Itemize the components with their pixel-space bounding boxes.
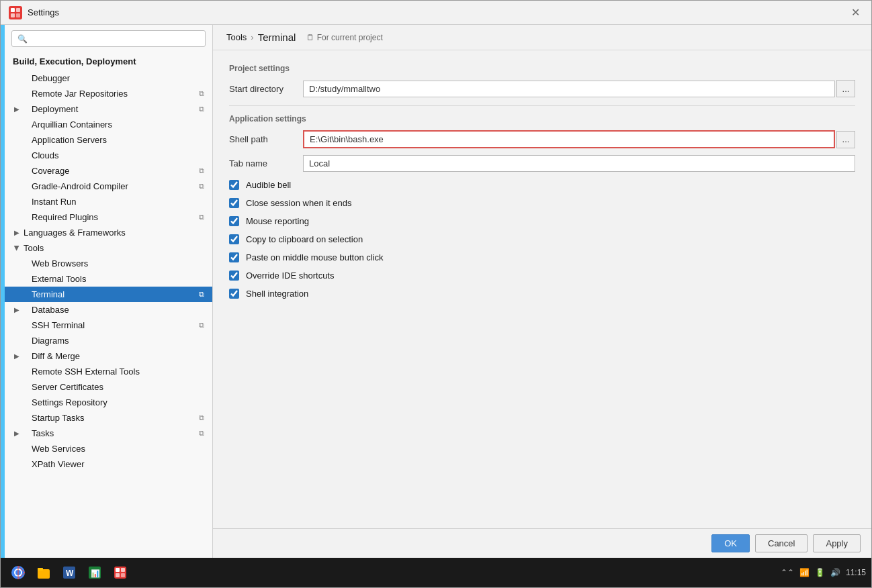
expand-arrow: ▶ [14,306,19,313]
sidebar-item-terminal[interactable]: Terminal ⧉ [5,287,212,302]
expand-arrow: ▶ [14,430,19,437]
sidebar-item-startup-tasks[interactable]: Startup Tasks ⧉ [5,410,212,426]
taskbar-chrome[interactable] [6,560,30,585]
checkbox-mouse-reporting: Mouse reporting [229,215,855,228]
breadcrumb-parent[interactable]: Tools [226,32,247,42]
svg-rect-16 [121,568,125,572]
cancel-button[interactable]: Cancel [755,534,808,552]
copy-icon: ⧉ [199,182,204,191]
copy-icon: ⧉ [199,321,204,330]
svg-rect-15 [116,568,120,572]
breadcrumb-project-link[interactable]: 🗒 For current project [306,33,382,42]
shell-path-input[interactable] [303,130,835,148]
sidebar-item-coverage[interactable]: Coverage ⧉ [5,163,212,179]
taskbar-sheets[interactable]: 📊 [83,560,107,585]
expand-arrow: ▶ [14,105,19,113]
checkbox-shell-integration: Shell integration [229,287,855,300]
tab-name-row: Tab name [229,155,855,172]
sidebar-item-required-plugins[interactable]: Required Plugins ⧉ [5,209,212,225]
sidebar-item-web-browsers[interactable]: Web Browsers [5,256,212,271]
tab-name-input[interactable] [303,155,855,172]
close-session-label[interactable]: Close session when it ends [246,198,352,208]
paste-middle-label[interactable]: Paste on middle mouse button click [246,252,384,262]
shell-path-row: Shell path ... [229,130,855,148]
shell-integration-label[interactable]: Shell integration [246,289,308,299]
shell-integration-checkbox[interactable] [229,289,239,299]
sidebar-item-gradle[interactable]: Gradle-Android Compiler ⧉ [5,179,212,194]
svg-rect-3 [11,13,15,17]
tray-wifi-icon: 📶 [799,568,810,577]
taskbar-ide[interactable] [108,560,132,585]
sidebar-item-xpath-viewer[interactable]: XPath Viewer [5,456,212,472]
checkbox-audible-bell: Audible bell [229,179,855,191]
taskbar-tray: ⌃⌃ 📶 🔋 🔊 11:15 [781,568,866,577]
search-input[interactable] [30,34,200,44]
app-logo [9,6,22,19]
divider [229,105,855,106]
checkbox-copy-clipboard: Copy to clipboard on selection [229,233,855,246]
taskbar-explorer[interactable] [32,560,56,585]
mouse-reporting-checkbox[interactable] [229,216,239,226]
sidebar-item-clouds[interactable]: Clouds [5,148,212,163]
start-directory-browse-button[interactable]: ... [836,80,855,97]
start-directory-row: Start directory ... [229,80,855,97]
app-settings-label: Application settings [229,114,855,124]
dialog-title: Settings [28,7,847,17]
settings-area: Project settings Start directory ... App… [213,50,871,528]
svg-rect-4 [16,13,20,17]
sidebar-item-settings-repo[interactable]: Settings Repository [5,395,212,410]
close-button[interactable]: ✕ [847,5,863,21]
taskbar-word[interactable]: W [57,560,81,585]
start-directory-label: Start directory [229,84,303,94]
paste-middle-checkbox[interactable] [229,252,239,262]
copy-clipboard-checkbox[interactable] [229,234,239,244]
svg-rect-9 [38,568,43,571]
close-session-checkbox[interactable] [229,198,239,208]
copy-clipboard-label[interactable]: Copy to clipboard on selection [246,234,363,244]
ok-button[interactable]: OK [711,534,750,552]
sidebar-item-external-tools[interactable]: External Tools [5,271,212,287]
mouse-reporting-label[interactable]: Mouse reporting [246,216,309,226]
copy-icon: ⧉ [199,105,204,113]
checkbox-close-session: Close session when it ends [229,197,855,209]
copy-icon: ⧉ [199,166,204,175]
breadcrumb-bar: Tools › Terminal 🗒 For current project [213,25,871,50]
search-box[interactable]: 🔍 [11,30,206,47]
expand-arrow: ▶ [14,352,19,360]
svg-text:W: W [66,569,74,578]
svg-text:📊: 📊 [91,569,100,578]
override-shortcuts-label[interactable]: Override IDE shortcuts [246,271,335,281]
breadcrumb-current: Terminal [258,32,296,43]
sidebar-item-debugger[interactable]: Debugger [5,70,212,86]
sidebar-item-instant-run[interactable]: Instant Run [5,194,212,209]
sidebar-item-arquillian[interactable]: Arquillian Containers [5,117,212,132]
dialog-body: 🔍 Build, Execution, Deployment Debugger … [1,25,871,558]
apply-button[interactable]: Apply [813,534,861,552]
search-icon: 🔍 [17,34,28,44]
audible-bell-checkbox[interactable] [229,180,239,190]
svg-rect-1 [11,8,15,12]
sidebar-item-languages[interactable]: ▶ Languages & Frameworks [5,225,212,240]
sidebar-item-server-certs[interactable]: Server Certificates [5,379,212,395]
copy-icon: ⧉ [199,429,204,438]
svg-rect-18 [121,573,125,577]
sidebar-item-diagrams[interactable]: Diagrams [5,333,212,348]
sidebar-item-diff-merge[interactable]: ▶ Diff & Merge [5,348,212,364]
start-directory-input[interactable] [303,81,835,97]
sidebar-item-deployment[interactable]: ▶ Deployment ⧉ [5,101,212,117]
shell-path-browse-button[interactable]: ... [836,131,855,148]
sidebar-item-remote-ssh[interactable]: Remote SSH External Tools [5,364,212,379]
sidebar-item-database[interactable]: ▶ Database [5,302,212,317]
sidebar-item-ssh-terminal[interactable]: SSH Terminal ⧉ [5,317,212,333]
sidebar-item-web-services[interactable]: Web Services [5,441,212,456]
override-shortcuts-checkbox[interactable] [229,271,239,281]
sidebar-item-app-servers[interactable]: Application Servers [5,132,212,148]
sidebar-item-remote-jar[interactable]: Remote Jar Repositories ⧉ [5,86,212,101]
sidebar-item-tasks[interactable]: ▶ Tasks ⧉ [5,426,212,441]
expand-arrow: ▶ [14,229,19,236]
sidebar-item-tools[interactable]: ▶ Tools [5,240,212,256]
section-build-exec-deploy[interactable]: Build, Execution, Deployment [5,52,212,70]
audible-bell-label[interactable]: Audible bell [246,180,291,190]
tray-volume-icon: 🔊 [830,568,840,577]
checkboxes-area: Audible bell Close session when it ends … [229,179,855,300]
